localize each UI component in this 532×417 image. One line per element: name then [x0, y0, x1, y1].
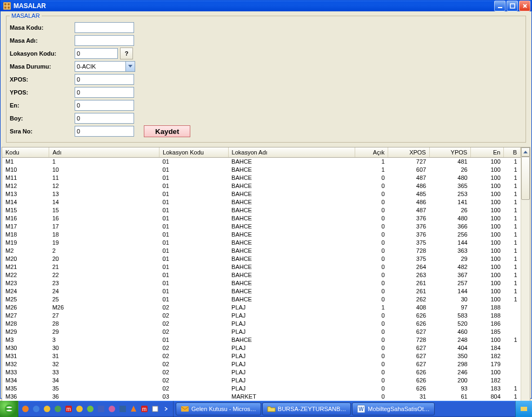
table-row[interactable]: M111101BAHCE04874801001 — [2, 173, 521, 181]
ql-icon[interactable] — [21, 403, 30, 415]
col-acik[interactable]: Açık — [355, 147, 388, 157]
label-xpos: XPOS: — [10, 76, 75, 83]
table-row[interactable]: M131301BAHCE04852531001 — [2, 190, 521, 198]
masa-kodu-input[interactable] — [75, 22, 134, 33]
ypos-input[interactable] — [75, 87, 134, 98]
table-row[interactable]: M101001BAHCE1607261001 — [2, 165, 521, 173]
ql-icon[interactable] — [118, 403, 128, 415]
table-row[interactable]: M242401BAHCE02611441001 — [2, 287, 521, 295]
ql-icon[interactable] — [150, 403, 160, 415]
ql-icon[interactable] — [129, 403, 138, 415]
table-row[interactable]: M1101BAHCE17274811001 — [2, 157, 521, 165]
cell-adi: 24 — [49, 287, 159, 295]
cell-ypos: 365 — [429, 181, 470, 190]
table-row[interactable]: M191901BAHCE03751441001 — [2, 238, 521, 246]
taskbar-task[interactable]: Gelen Kutusu - Micros… — [176, 402, 261, 415]
system-tray[interactable] — [515, 401, 532, 417]
masa-durumu-select[interactable]: 0-ACIK — [75, 61, 135, 72]
table-row[interactable]: M272702PLAJ0626583188 — [2, 311, 521, 319]
col-ypos[interactable]: YPOS — [429, 147, 470, 157]
scroll-thumb[interactable] — [521, 157, 530, 200]
taskbar-task[interactable]: W MobiltegSahaSatisOt… — [352, 402, 434, 415]
cell-b: 1 — [504, 384, 521, 392]
cell-lokasyon-adi: BAHCE — [228, 157, 355, 165]
table-row[interactable]: M181801BAHCE03762561001 — [2, 230, 521, 238]
taskbar-task[interactable]: BURSA-ZEYTURSANB… — [262, 402, 351, 415]
grid-viewport[interactable]: Kodu Adı Lokasyon Kodu Lokasyon Adı Açık… — [2, 147, 521, 417]
col-xpos[interactable]: XPOS — [388, 147, 429, 157]
scroll-track[interactable] — [521, 157, 530, 417]
cell-ypos: 61 — [429, 392, 470, 400]
ql-icon[interactable] — [75, 403, 84, 415]
table-row[interactable]: M141401BAHCE04861411001 — [2, 198, 521, 206]
col-b[interactable]: B — [504, 147, 521, 157]
ql-icon[interactable] — [85, 403, 95, 415]
cell-kodu: M31 — [2, 352, 49, 360]
table-row[interactable]: M3301BAHCE07282481001 — [2, 335, 521, 344]
cell-xpos: 626 — [388, 311, 429, 319]
svg-rect-16 — [98, 406, 104, 412]
table-row[interactable]: M212101BAHCE02644821001 — [2, 263, 521, 271]
cell-adi: 28 — [49, 319, 159, 327]
cell-b: 1 — [504, 254, 521, 263]
scroll-up-arrow[interactable] — [521, 147, 530, 157]
cell-lokasyon-adi: PLAJ — [228, 344, 355, 352]
table-row[interactable]: M232301BAHCE02612571001 — [2, 279, 521, 287]
cell-lokasyon-adi: BAHCE — [228, 230, 355, 238]
masa-adi-input[interactable] — [75, 35, 134, 46]
en-input[interactable] — [75, 100, 134, 111]
cell-en: 100 — [471, 181, 504, 190]
ql-icon[interactable]: m — [139, 403, 149, 415]
start-button[interactable] — [0, 401, 18, 417]
ql-icon[interactable] — [96, 403, 106, 415]
col-en[interactable]: En — [471, 147, 504, 157]
table-row[interactable]: M363603MARKET031618041 — [2, 392, 521, 400]
table-row[interactable]: M121201BAHCE04863651001 — [2, 181, 521, 190]
table-row[interactable]: M26M2602PLAJ140897188 — [2, 303, 521, 311]
table-row[interactable]: M313102PLAJ0627350182 — [2, 352, 521, 360]
table-row[interactable]: M353502PLAJ0626931831 — [2, 384, 521, 392]
table-row[interactable]: M343402PLAJ0626200182 — [2, 376, 521, 384]
cell-adi: M26 — [49, 303, 159, 311]
table-row[interactable]: M252501BAHCE0262301001 — [2, 295, 521, 303]
table-row[interactable]: M333302PLAJ0626246100 — [2, 368, 521, 376]
cell-ypos: 248 — [429, 335, 470, 344]
sira-no-input[interactable] — [75, 126, 134, 137]
ql-chevron-icon[interactable] — [161, 403, 171, 415]
cell-en: 184 — [471, 344, 504, 352]
ql-icon[interactable] — [53, 403, 63, 415]
boy-input[interactable] — [75, 113, 134, 124]
ql-icon[interactable] — [31, 403, 41, 415]
vertical-scrollbar[interactable] — [521, 147, 530, 417]
col-adi[interactable]: Adı — [49, 147, 159, 157]
close-button[interactable] — [519, 1, 530, 11]
cell-acik: 0 — [355, 206, 388, 214]
maximize-button[interactable] — [507, 1, 518, 11]
cell-xpos: 627 — [388, 344, 429, 352]
table-row[interactable]: M222201BAHCE02633671001 — [2, 271, 521, 279]
table-row[interactable]: M202001BAHCE0375291001 — [2, 254, 521, 263]
ql-icon[interactable]: m — [64, 403, 74, 415]
lokasyon-kodu-input[interactable] — [75, 48, 118, 59]
col-lokasyon-kodu[interactable]: Lokasyon Kodu — [159, 147, 228, 157]
col-lokasyon-adi[interactable]: Lokasyon Adı — [228, 147, 355, 157]
table-row[interactable]: M282802PLAJ0626520186 — [2, 319, 521, 327]
xpos-input[interactable] — [75, 74, 134, 85]
table-row[interactable]: M292902PLAJ0627460185 — [2, 327, 521, 335]
cell-b: 1 — [504, 279, 521, 287]
cell-xpos: 408 — [388, 303, 429, 311]
table-row[interactable]: M303002PLAJ0627404184 — [2, 344, 521, 352]
save-button[interactable]: Kaydet — [144, 125, 190, 137]
ql-icon[interactable] — [107, 403, 117, 415]
table-row[interactable]: M323202PLAJ0627298179 — [2, 360, 521, 368]
col-kodu[interactable]: Kodu — [2, 147, 49, 157]
table-row[interactable]: M2201BAHCE07283631001 — [2, 246, 521, 254]
lokasyon-lookup-button[interactable]: ? — [120, 48, 133, 59]
table-row[interactable]: M161601BAHCE03764801001 — [2, 214, 521, 222]
titlebar[interactable]: MASALAR — [1, 1, 531, 11]
table-row[interactable]: M171701BAHCE03763661001 — [2, 222, 521, 230]
table-row[interactable]: M151501BAHCE0487261001 — [2, 206, 521, 214]
ql-icon[interactable] — [42, 403, 52, 415]
cell-kodu: M17 — [2, 222, 49, 230]
minimize-button[interactable] — [494, 1, 506, 11]
